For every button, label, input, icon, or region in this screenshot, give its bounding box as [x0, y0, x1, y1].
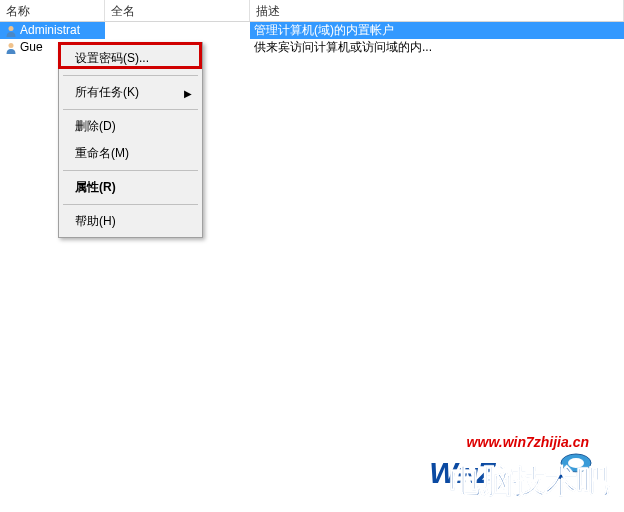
menu-separator — [63, 170, 198, 171]
svg-point-0 — [9, 26, 14, 31]
menu-item-set-password[interactable]: 设置密码(S)... — [61, 45, 200, 72]
menu-item-properties[interactable]: 属性(R) — [61, 174, 200, 201]
svg-point-1 — [9, 43, 14, 48]
table-row[interactable]: Administrat 管理计算机(域)的内置帐户 — [0, 22, 624, 39]
user-icon — [4, 41, 18, 55]
cell-fullname — [105, 22, 250, 39]
column-header-fullname[interactable]: 全名 — [105, 0, 250, 21]
context-menu: 设置密码(S)... 所有任务(K) ▶ 删除(D) 重命名(M) 属性(R) … — [58, 42, 203, 238]
table-header: 名称 全名 描述 — [0, 0, 624, 22]
menu-separator — [63, 204, 198, 205]
chevron-right-icon: ▶ — [184, 87, 192, 98]
column-header-name[interactable]: 名称 — [0, 0, 105, 21]
user-name-label: Administrat — [20, 22, 80, 39]
cell-desc: 管理计算机(域)的内置帐户 — [250, 22, 624, 39]
menu-item-label: 所有任务(K) — [75, 85, 139, 99]
menu-item-rename[interactable]: 重命名(M) — [61, 140, 200, 167]
user-name-label: Gue — [20, 39, 43, 56]
menu-item-all-tasks[interactable]: 所有任务(K) ▶ — [61, 79, 200, 106]
menu-separator — [63, 109, 198, 110]
logo-text-cn: 电脑技术吧 — [449, 460, 609, 504]
menu-item-delete[interactable]: 删除(D) — [61, 113, 200, 140]
menu-separator — [63, 75, 198, 76]
watermark-url: www.win7zhijia.cn — [467, 434, 589, 450]
cell-desc: 供来宾访问计算机或访问域的内... — [250, 39, 624, 56]
menu-item-help[interactable]: 帮助(H) — [61, 208, 200, 235]
column-header-desc[interactable]: 描述 — [250, 0, 624, 21]
user-icon — [4, 24, 18, 38]
cell-name: Administrat — [0, 22, 105, 39]
